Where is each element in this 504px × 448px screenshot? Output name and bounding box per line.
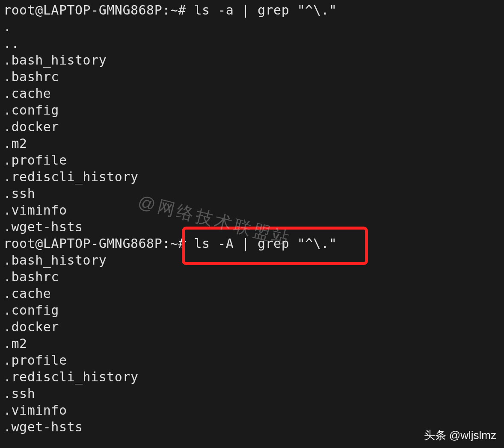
output-line: .docker — [3, 318, 501, 335]
output-line: .. — [3, 35, 501, 52]
output-line: .config — [3, 302, 501, 318]
output-line: .cache — [3, 285, 501, 302]
output-line: .bashrc — [3, 68, 501, 85]
output-line: .config — [3, 102, 501, 118]
prompt-line-2[interactable]: root@LAPTOP-GMNG868P:~# ls -A | grep "^\… — [3, 235, 501, 252]
output-line: .m2 — [3, 135, 501, 152]
output-line: .m2 — [3, 335, 501, 352]
output-line: .viminfo — [3, 202, 501, 218]
output-line: .profile — [3, 152, 501, 168]
user-host: root@LAPTOP-GMNG868P — [3, 236, 162, 251]
prompt-line-1[interactable]: root@LAPTOP-GMNG868P:~# ls -a | grep "^\… — [3, 2, 501, 18]
path: ~ — [170, 3, 178, 18]
user-host: root@LAPTOP-GMNG868P — [3, 3, 162, 18]
output-line: .docker — [3, 118, 501, 135]
output-line: .cache — [3, 85, 501, 102]
prompt-symbol: # — [178, 3, 186, 18]
output-line: . — [3, 18, 501, 35]
command: ls -A | grep "^\." — [194, 236, 337, 251]
path: ~ — [170, 236, 178, 251]
output-line: .bashrc — [3, 268, 501, 285]
output-line: .profile — [3, 352, 501, 368]
output-line: .wget-hsts — [3, 218, 501, 235]
command: ls -a | grep "^\." — [194, 3, 337, 18]
terminal-output: root@LAPTOP-GMNG868P:~# ls -a | grep "^\… — [3, 2, 501, 435]
output-line: .ssh — [3, 185, 501, 202]
output-line: .rediscli_history — [3, 368, 501, 385]
output-line: .bash_history — [3, 252, 501, 268]
prompt-symbol: # — [178, 236, 186, 251]
output-line: .ssh — [3, 385, 501, 402]
output-line: .rediscli_history — [3, 168, 501, 185]
output-line: .viminfo — [3, 402, 501, 419]
output-line: .bash_history — [3, 52, 501, 68]
output-line: .wget-hsts — [3, 419, 501, 435]
